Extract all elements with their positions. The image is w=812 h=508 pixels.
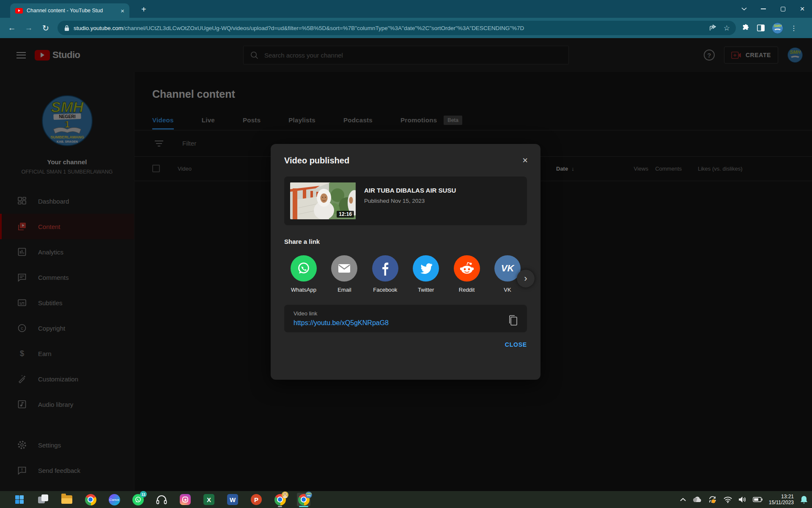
video-published-date: Published Nov 15, 2023 <box>364 198 456 204</box>
wifi-icon[interactable] <box>724 497 732 503</box>
start-button[interactable] <box>13 493 26 506</box>
active-indicator <box>299 506 308 507</box>
published-video-card: 12:16 AIR TUBA DIBALAS AIR SUSU Publishe… <box>284 177 527 225</box>
twitter-icon <box>419 263 433 274</box>
powerpoint-icon: P <box>251 494 262 505</box>
share-targets-row: WhatsApp Email <box>284 255 527 293</box>
video-thumbnail: 12:16 <box>290 182 356 219</box>
chrome-studio-active-button[interactable]: SMH <box>297 493 310 506</box>
extensions-puzzle-icon[interactable] <box>742 24 750 32</box>
headphones-icon <box>156 494 167 505</box>
channel-logo-badge: SMH <box>305 491 312 498</box>
dialog-close-button[interactable]: CLOSE <box>505 341 527 348</box>
whatsapp-icon <box>296 261 311 276</box>
reload-icon[interactable]: ↻ <box>37 23 54 33</box>
svg-text:VK: VK <box>501 263 515 273</box>
headphones-app-button[interactable] <box>155 493 168 506</box>
copy-link-icon[interactable] <box>508 315 518 326</box>
video-duration-badge: 12:16 <box>337 211 354 218</box>
share-page-icon[interactable] <box>709 25 717 31</box>
file-explorer-button[interactable] <box>60 493 74 506</box>
whatsapp-unread-badge: 11 <box>140 491 147 497</box>
svg-text:SMH: SMH <box>306 492 311 495</box>
excel-button[interactable]: X <box>202 493 216 506</box>
chrome-profile-button[interactable] <box>273 493 287 506</box>
battery-icon[interactable] <box>753 497 763 502</box>
tray-chevron-up-icon[interactable] <box>680 498 686 501</box>
facebook-icon <box>378 261 392 276</box>
system-tray: 13:21 15/11/2023 <box>680 491 808 508</box>
tab-close-icon[interactable]: × <box>120 8 125 14</box>
share-a-link-heading: Share a link <box>284 238 527 245</box>
back-icon[interactable]: ← <box>3 23 20 33</box>
canva-button[interactable]: Canva <box>107 493 121 506</box>
running-indicator <box>278 506 282 507</box>
url-bar[interactable]: studio.youtube.com/channel/UCtZL3dLCwOtZ… <box>58 21 736 35</box>
instagram-button[interactable] <box>178 493 192 506</box>
word-icon: W <box>227 494 238 505</box>
excel-icon: X <box>203 494 214 505</box>
browser-tabstrip: Channel content - YouTube Stud × + × <box>0 0 812 18</box>
new-tab-button[interactable]: + <box>141 4 146 15</box>
bookmark-star-icon[interactable]: ☆ <box>724 24 730 33</box>
task-view-button[interactable] <box>36 493 50 506</box>
profile-photo-badge <box>282 491 288 498</box>
video-link-label: Video link <box>294 310 518 317</box>
email-icon <box>338 263 351 273</box>
screen: Channel content - YouTube Stud × + × ← →… <box>0 0 812 508</box>
video-published-dialog: Video published × <box>271 144 540 380</box>
restore-button[interactable] <box>773 7 793 11</box>
onedrive-cloud-icon[interactable] <box>692 497 702 502</box>
browser-profile-avatar[interactable]: SMH <box>772 22 783 34</box>
window-controls: × <box>734 0 812 18</box>
powerpoint-button[interactable]: P <box>250 493 263 506</box>
browser-menu-icon[interactable]: ⋮ <box>790 24 797 32</box>
browser-toolbar: ← → ↻ studio.youtube.com/channel/UCtZL3d… <box>0 18 812 38</box>
task-view-icon <box>38 494 48 505</box>
browser-tab[interactable]: Channel content - YouTube Stud × <box>10 3 129 18</box>
taskbar-clock[interactable]: 13:21 15/11/2023 <box>769 494 794 505</box>
url-text: studio.youtube.com/channel/UCtZL3dLCwOtZ… <box>74 25 705 31</box>
folder-icon <box>61 495 72 504</box>
reddit-icon <box>459 262 475 275</box>
sync-status-icon[interactable] <box>708 495 717 504</box>
chrome-icon <box>85 494 96 505</box>
notifications-bell-icon[interactable] <box>800 495 808 504</box>
share-twitter[interactable]: Twitter <box>407 255 444 293</box>
page-viewport: Studio Search across your channel ? <box>0 38 812 491</box>
video-title: AIR TUBA DIBALAS AIR SUSU <box>364 187 456 194</box>
clock-date: 15/11/2023 <box>769 500 794 505</box>
chrome-button[interactable] <box>84 493 97 506</box>
avatar-mini-text: SMH <box>774 24 782 28</box>
dialog-title: Video published <box>284 156 527 166</box>
share-reddit[interactable]: Reddit <box>448 255 486 293</box>
vk-icon: VK <box>499 263 516 273</box>
video-link-box: Video link https://youtu.be/xQ5gKNRpaG8 <box>284 305 527 332</box>
whatsapp-button[interactable]: 11 <box>131 493 145 506</box>
lock-icon <box>64 25 69 31</box>
share-facebook[interactable]: Facebook <box>367 255 404 293</box>
share-whatsapp[interactable]: WhatsApp <box>285 255 322 293</box>
windows-taskbar: Canva 11 <box>0 491 812 508</box>
instagram-icon <box>180 494 191 505</box>
windows-logo-icon <box>14 494 25 505</box>
volume-icon[interactable] <box>738 496 746 503</box>
tab-search-chevron-icon[interactable] <box>734 7 754 11</box>
minimize-button[interactable] <box>754 8 773 9</box>
dialog-close-icon[interactable]: × <box>521 154 529 167</box>
tab-title: Channel content - YouTube Stud <box>27 8 116 14</box>
share-scroll-next-icon[interactable]: › <box>517 270 535 287</box>
url-path: /channel/UCtZL3dLCwOtZOxUUgeUg-WQ/videos… <box>123 25 524 31</box>
video-link-url[interactable]: https://youtu.be/xQ5gKNRpaG8 <box>294 319 518 327</box>
close-window-button[interactable]: × <box>793 4 812 14</box>
url-host: studio.youtube.com <box>74 25 123 31</box>
forward-icon[interactable]: → <box>20 23 37 33</box>
youtube-favicon <box>15 8 23 14</box>
clock-time: 13:21 <box>769 494 794 500</box>
canva-icon: Canva <box>109 494 120 505</box>
share-email[interactable]: Email <box>326 255 363 293</box>
side-panel-icon[interactable] <box>757 25 765 31</box>
word-button[interactable]: W <box>226 493 239 506</box>
